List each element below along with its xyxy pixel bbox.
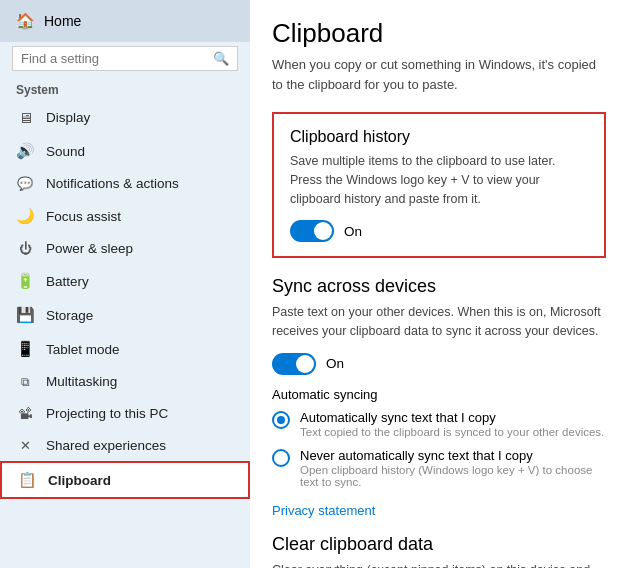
history-toggle-row: On [290,220,588,242]
history-title: Clipboard history [290,128,588,146]
sidebar-item-battery[interactable]: 🔋 Battery [0,264,250,298]
sync-toggle-label: On [326,356,344,371]
sidebar-item-label: Tablet mode [46,342,120,357]
radio-never-main: Never automatically sync text that I cop… [300,448,606,463]
sync-description: Paste text on your other devices. When t… [272,303,606,341]
sidebar-item-label: Battery [46,274,89,289]
sidebar-item-shared[interactable]: ✕ Shared experiences [0,430,250,461]
sync-title: Sync across devices [272,276,606,297]
tablet-icon: 📱 [16,340,34,358]
sync-toggle-row: On [272,353,606,375]
storage-icon: 💾 [16,306,34,324]
multitasking-icon: ⧉ [16,375,34,389]
projecting-icon: 📽 [16,405,34,422]
sidebar-item-label: Display [46,110,90,125]
display-icon: 🖥 [16,109,34,126]
sidebar-item-notifications[interactable]: 💬 Notifications & actions [0,168,250,199]
sidebar-item-label: Multitasking [46,374,117,389]
power-icon: ⏻ [16,241,34,256]
radio-circle-never [272,449,290,467]
battery-icon: 🔋 [16,272,34,290]
sidebar-item-tablet[interactable]: 📱 Tablet mode [0,332,250,366]
sidebar-home[interactable]: 🏠 Home [0,0,250,42]
privacy-link[interactable]: Privacy statement [272,503,375,518]
radio-group: Automatically sync text that I copy Text… [272,410,606,488]
sidebar-item-label: Clipboard [48,473,111,488]
sidebar-item-projecting[interactable]: 📽 Projecting to this PC [0,397,250,430]
sidebar-item-label: Notifications & actions [46,176,179,191]
sidebar-item-label: Power & sleep [46,241,133,256]
radio-circle-auto [272,411,290,429]
sidebar-item-label: Projecting to this PC [46,406,168,421]
radio-option-never[interactable]: Never automatically sync text that I cop… [272,448,606,488]
sidebar-section-label: System [0,79,250,101]
search-input[interactable] [21,51,207,66]
sidebar-item-label: Sound [46,144,85,159]
history-toggle-label: On [344,224,362,239]
sidebar-item-label: Storage [46,308,93,323]
focus-icon: 🌙 [16,207,34,225]
radio-never-sub: Open clipboard history (Windows logo key… [300,464,606,488]
sidebar: 🏠 Home 🔍 System 🖥 Display 🔊 Sound 💬 Noti… [0,0,250,568]
sidebar-item-clipboard[interactable]: 📋 Clipboard [0,461,250,499]
clipboard-history-section: Clipboard history Save multiple items to… [272,112,606,258]
history-description: Save multiple items to the clipboard to … [290,152,588,208]
page-title: Clipboard [272,18,606,49]
radio-auto-sub: Text copied to the clipboard is synced t… [300,426,604,438]
auto-sync-label: Automatic syncing [272,387,606,402]
clear-section-title: Clear clipboard data [272,534,606,555]
radio-auto-main: Automatically sync text that I copy [300,410,604,425]
sidebar-item-label: Focus assist [46,209,121,224]
sync-toggle[interactable] [272,353,316,375]
shared-icon: ✕ [16,438,34,453]
sidebar-item-focus[interactable]: 🌙 Focus assist [0,199,250,233]
radio-option-auto[interactable]: Automatically sync text that I copy Text… [272,410,606,438]
sidebar-item-power[interactable]: ⏻ Power & sleep [0,233,250,264]
home-icon: 🏠 [16,12,34,30]
sidebar-item-multitasking[interactable]: ⧉ Multitasking [0,366,250,397]
sound-icon: 🔊 [16,142,34,160]
history-toggle[interactable] [290,220,334,242]
sidebar-item-label: Shared experiences [46,438,166,453]
notifications-icon: 💬 [16,176,34,191]
search-icon: 🔍 [213,51,229,66]
sidebar-search-box: 🔍 [12,46,238,71]
clipboard-icon: 📋 [18,471,36,489]
sidebar-item-storage[interactable]: 💾 Storage [0,298,250,332]
sidebar-home-label: Home [44,13,81,29]
sidebar-item-sound[interactable]: 🔊 Sound [0,134,250,168]
sidebar-item-display[interactable]: 🖥 Display [0,101,250,134]
clear-section-desc: Clear everything (except pinned items) o… [272,561,606,568]
main-content: Clipboard When you copy or cut something… [250,0,628,568]
page-subtitle: When you copy or cut something in Window… [272,55,606,94]
